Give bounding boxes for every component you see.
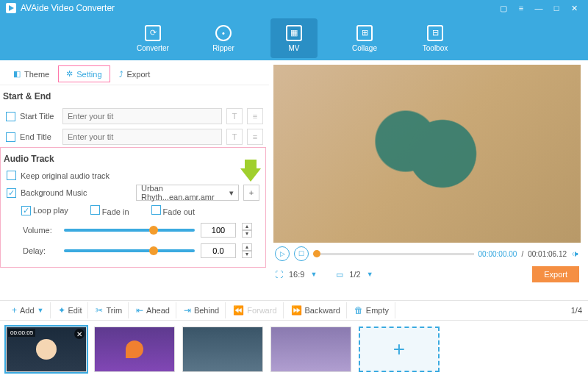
nav-mv[interactable]: ▦MV — [270, 18, 318, 58]
fadein-checkbox[interactable] — [90, 205, 100, 215]
aspect-value: 16:9 — [289, 270, 304, 279]
preview-canvas — [273, 65, 581, 243]
behind-icon: ⇥ — [184, 305, 191, 315]
delay-slider[interactable] — [64, 249, 195, 252]
ripper-icon: • — [215, 25, 232, 41]
mv-icon: ▦ — [286, 25, 302, 41]
nav-ripper[interactable]: •Ripper — [200, 18, 247, 58]
toolbox-icon: ⊟ — [427, 25, 443, 41]
bgm-checkbox[interactable] — [7, 188, 16, 198]
main-nav: ⟳Converter •Ripper ▦MV ⊞Collage ⊟Toolbox — [0, 16, 588, 60]
clip-pager: 1/4 — [571, 306, 582, 315]
trash-icon: 🗑 — [354, 305, 363, 315]
trim-button[interactable]: ✂Trim — [90, 302, 129, 318]
fadeout-checkbox[interactable] — [151, 205, 161, 215]
hint-arrow-icon — [240, 168, 261, 182]
nav-toolbox[interactable]: ⊟Toolbox — [412, 18, 459, 58]
add-music-button[interactable]: + — [243, 185, 259, 201]
tab-theme[interactable]: ◧Theme — [6, 66, 57, 82]
volume-icon[interactable]: 🕩 — [571, 249, 579, 258]
forward-button[interactable]: ⏪Forward — [227, 302, 283, 318]
backward-button[interactable]: ⏩Backward — [285, 302, 347, 318]
end-title-checkbox[interactable] — [6, 132, 15, 142]
gear-icon: ✲ — [66, 69, 73, 79]
play-button[interactable]: ▷ — [275, 246, 290, 261]
volume-up[interactable]: ▴ — [242, 223, 252, 230]
clip-thumb-3[interactable] — [182, 327, 263, 372]
clip-thumb-4[interactable] — [270, 327, 351, 372]
end-style-button[interactable]: ≡ — [247, 129, 263, 145]
backward-icon: ⏩ — [291, 305, 302, 315]
loop-checkbox[interactable] — [21, 206, 31, 215]
aspect-dropdown[interactable]: ▼ — [310, 271, 317, 278]
keep-audio-label: Keep original audio track — [21, 171, 110, 180]
tab-export[interactable]: ⤴Export — [112, 67, 158, 82]
startend-heading: Start & End — [0, 85, 269, 106]
volume-label: Volume: — [23, 226, 58, 235]
feedback-icon[interactable]: ▢ — [495, 1, 512, 15]
clip-duration: 00:00:05 — [8, 329, 35, 337]
delay-down[interactable]: ▾ — [242, 251, 252, 258]
minimize-icon[interactable]: — — [531, 1, 547, 15]
delay-label: Delay: — [23, 246, 58, 255]
empty-button[interactable]: 🗑Empty — [348, 302, 395, 318]
aspect-icon[interactable]: ⛶ — [275, 270, 283, 279]
start-style-button[interactable]: ≡ — [247, 108, 263, 124]
maximize-icon[interactable]: □ — [548, 1, 564, 15]
ahead-icon: ⇤ — [136, 305, 143, 315]
close-icon[interactable]: ✕ — [566, 1, 582, 15]
chevron-down-icon: ▾ — [229, 188, 234, 198]
converter-icon: ⟳ — [145, 25, 161, 41]
timeline-slider[interactable] — [313, 253, 474, 255]
menu-icon[interactable]: ≡ — [513, 1, 529, 15]
end-title-label: End Title — [20, 132, 58, 141]
preview-page: 1/2 — [349, 270, 360, 279]
delay-up[interactable]: ▴ — [242, 243, 252, 251]
wand-icon: ✦ — [58, 305, 65, 315]
preview-page-dropdown[interactable]: ▼ — [367, 271, 373, 278]
end-title-input[interactable] — [62, 129, 222, 145]
start-title-label: Start Title — [20, 112, 58, 121]
nav-converter[interactable]: ⟳Converter — [129, 18, 176, 58]
time-current: 00:00:00.00 — [478, 250, 517, 258]
scissors-icon: ✂ — [96, 305, 103, 315]
edit-button[interactable]: ✦Edit — [52, 302, 89, 318]
app-logo — [6, 3, 16, 13]
delay-input[interactable] — [201, 243, 236, 258]
bgm-label: Background Music — [21, 188, 132, 197]
forward-icon: ⏪ — [233, 305, 244, 315]
export-icon: ⤴ — [119, 70, 123, 79]
audio-heading: Audio Track — [1, 148, 265, 168]
behind-button[interactable]: ⇥Behind — [178, 302, 226, 318]
volume-down[interactable]: ▾ — [242, 230, 252, 238]
end-font-button[interactable]: T — [226, 129, 243, 145]
nav-collage[interactable]: ⊞Collage — [341, 18, 388, 58]
volume-input[interactable] — [201, 223, 236, 238]
screen-icon[interactable]: ▭ — [336, 270, 343, 279]
clip-thumb-2[interactable] — [94, 327, 175, 372]
start-title-checkbox[interactable] — [6, 112, 15, 121]
app-title: AVAide Video Converter — [21, 3, 494, 13]
start-title-input[interactable] — [62, 108, 222, 124]
stop-button[interactable]: ☐ — [294, 246, 309, 261]
clip-thumb-1[interactable]: 00:00:05 ✕ — [6, 327, 87, 372]
start-font-button[interactable]: T — [226, 108, 243, 124]
add-button[interactable]: +Add▼ — [6, 302, 51, 318]
keep-audio-checkbox[interactable] — [7, 171, 16, 180]
bgm-select[interactable]: Urban Rhyth...ean.amr.amr▾ — [136, 185, 239, 201]
add-clip-button[interactable]: + — [359, 327, 440, 372]
clip-remove-icon[interactable]: ✕ — [74, 329, 85, 339]
ahead-button[interactable]: ⇤Ahead — [130, 302, 176, 318]
theme-icon: ◧ — [13, 69, 21, 79]
volume-slider[interactable] — [64, 229, 195, 232]
time-total: 00:01:06.12 — [528, 250, 567, 258]
tab-setting[interactable]: ✲Setting — [58, 65, 110, 82]
export-button[interactable]: Export — [532, 266, 579, 282]
collage-icon: ⊞ — [356, 25, 373, 41]
plus-icon: + — [12, 305, 17, 315]
